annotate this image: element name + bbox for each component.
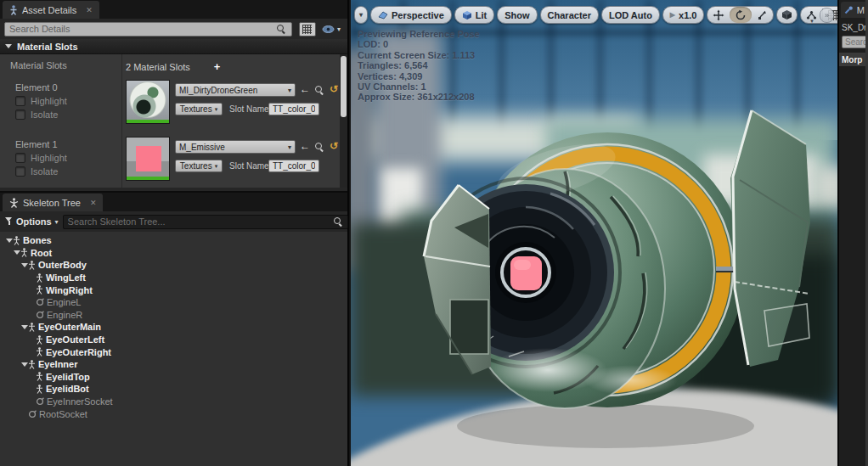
isolate-checkbox[interactable] — [15, 166, 25, 177]
search-skeleton-input[interactable] — [63, 215, 348, 229]
view-options-button[interactable]: ▾ — [319, 25, 343, 33]
highlight-checkbox[interactable] — [15, 96, 25, 106]
socket-icon — [36, 397, 44, 406]
skeleton-icon — [9, 198, 19, 208]
reset-to-default-button[interactable]: ↺ — [328, 83, 340, 95]
tree-item-bones[interactable]: Bones — [0, 234, 347, 247]
element1-slot-name-label: Slot Name — [229, 161, 269, 171]
tree-item-eyeouterleft[interactable]: EyeOuterLeft — [0, 334, 347, 346]
scale-tool-button[interactable] — [752, 7, 773, 23]
perspective-button[interactable]: Perspective — [370, 6, 452, 24]
coordinate-system-button[interactable] — [776, 6, 798, 24]
tree-item-wingleft[interactable]: WingLeft — [0, 272, 347, 284]
chevron-down-icon: ▾ — [55, 218, 59, 226]
character-menu-button[interactable]: Character — [540, 6, 599, 24]
chevron-down-icon: ▾ — [359, 11, 363, 19]
chevrons-icon: » — [825, 11, 829, 20]
tree-item-rootsocket[interactable]: RootSocket — [0, 407, 347, 420]
display-filter-button[interactable] — [299, 22, 316, 36]
property-splitter[interactable] — [121, 54, 122, 188]
expand-arrow-icon[interactable] — [21, 263, 28, 267]
tree-item-eyelidbot[interactable]: EyelidBot — [0, 383, 347, 396]
material-slots-row-label: Material Slots — [10, 60, 67, 70]
tab-skeleton-tree[interactable]: Skeleton Tree ✕ — [3, 194, 103, 211]
details-scrollbar-thumb[interactable] — [341, 56, 347, 117]
tree-item-eyelidtop[interactable]: EyelidTop — [0, 371, 347, 384]
add-material-slot-button[interactable]: + — [214, 60, 221, 73]
isolate-checkbox[interactable] — [15, 109, 25, 120]
element1-slot-name-field[interactable] — [268, 160, 319, 172]
play-triangle-icon: ▶ — [670, 11, 675, 19]
element0-textures-button[interactable]: Textures ▾ — [175, 103, 223, 115]
options-button[interactable]: Options ▾ — [5, 216, 59, 227]
chevron-down-icon: ▾ — [215, 106, 218, 113]
element0-material-dropdown[interactable]: MI_DirtyDroneGreen ▾ — [175, 83, 296, 97]
bone-icon — [13, 236, 20, 245]
tree-item-enginer[interactable]: EngineR — [0, 309, 347, 322]
tree-item-eyeouterright[interactable]: EyeOuterRight — [0, 345, 347, 358]
socket-icon — [36, 298, 44, 306]
asset-details-tabbar: Asset Details ✕ — [0, 0, 347, 19]
tree-item-eyeinner[interactable]: EyeInner — [0, 358, 347, 371]
expand-arrow-icon[interactable] — [21, 362, 28, 367]
tree-item-enginel[interactable]: EngineL — [0, 296, 347, 309]
highlight-checkbox[interactable] — [15, 153, 25, 163]
thumbnail-green-bar — [127, 177, 169, 180]
element1-material-dropdown[interactable]: M_Emissive ▾ — [175, 140, 296, 154]
morph-search-input[interactable] — [842, 36, 868, 48]
bone-icon — [28, 360, 36, 369]
tab-asset-details[interactable]: Asset Details ✕ — [3, 1, 99, 19]
toolbar-overflow-button[interactable]: » — [820, 8, 834, 23]
details-scrollbar-track[interactable] — [340, 54, 347, 188]
socket-icon — [36, 311, 44, 319]
chevron-down-icon: ▾ — [337, 25, 341, 33]
element1-textures-button[interactable]: Textures ▾ — [175, 160, 223, 172]
playback-speed-button[interactable]: ▶ x1.0 — [662, 6, 705, 24]
show-menu-button[interactable]: Show — [497, 6, 537, 24]
expand-arrow-icon[interactable] — [6, 239, 13, 243]
use-selected-asset-button[interactable]: ← — [299, 83, 311, 95]
lod-auto-button[interactable]: LOD Auto — [601, 6, 660, 24]
material-slots-category[interactable]: Material Slots — [0, 39, 347, 54]
undo-icon: ↺ — [330, 140, 338, 152]
viewport-toolbar: ▾ Perspective Lit Show Character LOD Aut… — [354, 6, 812, 24]
scale-icon — [757, 9, 768, 20]
expand-arrow-icon[interactable] — [14, 250, 20, 255]
search-details-input[interactable] — [4, 22, 292, 36]
tree-item-outerbody[interactable]: OuterBody — [0, 259, 347, 272]
close-icon[interactable]: ✕ — [90, 199, 97, 207]
element0-slot-name-field[interactable] — [268, 103, 319, 115]
wrench-icon — [844, 6, 854, 14]
3d-viewport[interactable]: ▾ Perspective Lit Show Character LOD Aut… — [351, 0, 837, 466]
lit-cube-icon — [462, 10, 472, 20]
close-icon[interactable]: ✕ — [86, 6, 93, 14]
element1-material-thumbnail[interactable] — [126, 137, 170, 181]
category-label: Material Slots — [17, 42, 78, 52]
stat-line: Approx Size: 361x212x208 — [358, 92, 480, 102]
tree-item-eyeoutermain[interactable]: EyeOuterMain — [0, 321, 347, 334]
chevron-down-icon: ▾ — [288, 87, 291, 94]
element0-highlight-row: Highlight — [15, 96, 67, 106]
use-selected-asset-button[interactable]: ← — [299, 140, 311, 152]
translate-tool-button[interactable] — [707, 7, 730, 23]
tree-item-root[interactable]: Root — [0, 247, 347, 260]
expand-arrow-icon[interactable] — [21, 325, 28, 329]
tree-item-wingright[interactable]: WingRight — [0, 284, 347, 296]
viewport-options-button[interactable]: ▾ — [354, 6, 368, 24]
tab-morph-panel[interactable]: M — [841, 2, 868, 18]
rotate-tool-button[interactable] — [730, 7, 752, 23]
tab-asset-details-label: Asset Details — [22, 5, 76, 15]
lit-mode-button[interactable]: Lit — [454, 6, 494, 24]
stat-line: Current Screen Size: 1.113 — [358, 50, 480, 60]
tree-item-eyeinnersocket[interactable]: EyeInnerSocket — [0, 396, 347, 408]
browse-to-asset-button[interactable] — [313, 84, 325, 96]
element0-material-thumbnail[interactable] — [126, 80, 170, 124]
bone-icon — [36, 385, 43, 394]
element1-highlight-row: Highlight — [15, 153, 67, 163]
reset-to-default-button[interactable]: ↺ — [328, 140, 340, 152]
world-cube-icon — [781, 9, 792, 20]
bone-icon — [28, 261, 36, 270]
browse-to-asset-button[interactable] — [313, 141, 325, 153]
bone-icon — [36, 335, 43, 345]
search-icon — [334, 217, 342, 226]
